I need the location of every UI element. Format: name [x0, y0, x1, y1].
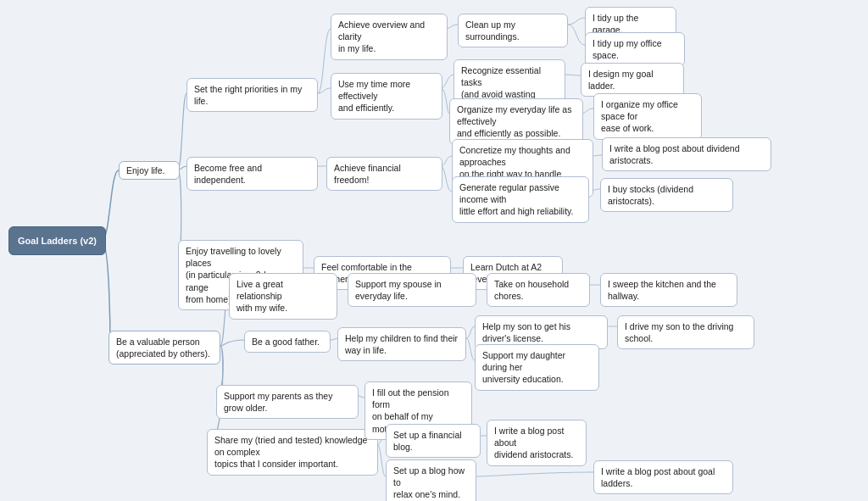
node-organize-office: I organize my office space for ease of w… — [593, 93, 702, 140]
node-be-valuable: Be a valuable person (appreciated by oth… — [108, 331, 220, 365]
node-support-parents: Support my parents as they grow older. — [216, 385, 359, 419]
node-great-relationship: Live a great relationship with my wife. — [229, 273, 337, 320]
node-take-household: Take on household chores. — [487, 273, 590, 307]
node-achieve-financial: Achieve financial freedom! — [326, 157, 442, 191]
node-support-daughter: Support my daughter during her universit… — [475, 344, 599, 391]
node-right-priorities: Set the right priorities in my life. — [186, 78, 318, 112]
node-blog-dividend2: I write a blog post about dividend arist… — [602, 137, 771, 171]
node-blog-goal-ladders: I write a blog post about goal ladders. — [593, 460, 733, 494]
mind-map: Goal Ladders (v2) Enjoy life. Be a valua… — [0, 0, 868, 501]
node-achieve-overview: Achieve overview and clarity in my life. — [331, 14, 448, 60]
node-free-independent: Become free and independent. — [186, 157, 318, 191]
node-generate-passive: Generate regular passive income with lit… — [452, 176, 589, 223]
node-enjoy-life: Enjoy life. — [119, 161, 180, 180]
node-clean-surroundings: Clean up my surroundings. — [458, 14, 568, 47]
node-organize-everyday: Organize my everyday life as effectively… — [449, 98, 583, 145]
root-node: Goal Ladders (v2) — [8, 226, 106, 255]
node-drive-son: I drive my son to the driving school. — [617, 315, 754, 349]
node-financial-blog: Set up a financial blog. — [386, 424, 481, 458]
node-tidy-office: I tidy up my office space. — [585, 32, 685, 66]
node-buy-stocks: I buy stocks (dividend aristocrats). — [600, 178, 733, 212]
node-sweep-kitchen: I sweep the kitchen and the hallway. — [600, 273, 737, 307]
node-good-father: Be a good father. — [244, 331, 331, 353]
node-support-spouse: Support my spouse in everyday life. — [348, 273, 476, 307]
node-use-time: Use my time more effectively and efficie… — [331, 73, 442, 120]
node-blog-relax: Set up a blog how to relax one's mind. — [386, 459, 476, 501]
node-share-knowledge: Share my (tried and tested) knowledge on… — [207, 429, 378, 476]
node-blog-dividend: I write a blog post about dividend arist… — [487, 420, 587, 466]
node-help-children: Help my children to find their way in li… — [337, 327, 466, 361]
node-design-goal: I design my goal ladder. — [581, 63, 684, 97]
